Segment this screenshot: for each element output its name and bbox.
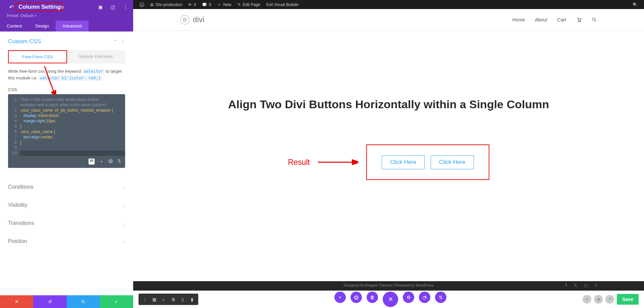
wp-exit-builder[interactable]: Exit Visual Builder: [263, 2, 302, 7]
nav-cart[interactable]: Cart: [557, 17, 566, 22]
svg-point-3: [593, 18, 595, 21]
instagram-icon[interactable]: ◻: [584, 283, 588, 288]
settings-tabs: Content Design Advanced: [0, 21, 133, 32]
wp-admin-bar: ⊞Divi production ⟳4 💬0 ＋New ✎Edit Page E…: [133, 0, 644, 9]
svg-point-2: [580, 21, 581, 22]
help-icon[interactable]: ▣: [98, 4, 103, 10]
ai-button[interactable]: AI: [89, 159, 95, 165]
help-icon[interactable]: ⌖: [583, 295, 591, 304]
site-logo[interactable]: D divi: [180, 15, 205, 24]
search-icon[interactable]: 🔍: [630, 2, 641, 7]
collapse-icon[interactable]: ⌃: [114, 39, 117, 44]
wp-edit-page[interactable]: ✎Edit Page: [234, 2, 263, 7]
wireframe-icon[interactable]: ▦: [150, 295, 159, 304]
zoom-icon[interactable]: ⌕: [159, 295, 168, 304]
save-button[interactable]: Save: [617, 294, 639, 305]
section-kebab-icon[interactable]: ⋮: [121, 39, 125, 44]
undo-button[interactable]: ↺: [33, 295, 66, 308]
x-icon[interactable]: 𝕏: [574, 283, 577, 288]
add-section-button[interactable]: ＋: [334, 292, 346, 303]
history-button[interactable]: ◔: [419, 292, 430, 303]
close-builder-button[interactable]: ✕: [383, 292, 398, 307]
redo-button[interactable]: ↻: [67, 295, 100, 308]
subtab-module-elements[interactable]: Module Elements: [67, 50, 125, 63]
demo-button-2[interactable]: Click Here: [431, 155, 474, 169]
kebab-icon[interactable]: ⋮: [123, 4, 128, 10]
add-icon[interactable]: ＋: [99, 159, 104, 165]
preset-selector[interactable]: Preset: Default: [0, 11, 133, 21]
builder-bar: ⋮ ▦ ⌕ 🖥 ▯ ▮ ＋ ⏻ 🗑 ✕ ⚙ ◔ ⇅ ⌖ ⊜ ? Save: [133, 291, 644, 308]
accordion-conditions[interactable]: Conditions⌄: [8, 178, 125, 196]
wp-updates[interactable]: ⟳4: [185, 2, 199, 7]
question-icon[interactable]: ?: [605, 295, 614, 304]
cancel-button[interactable]: ✕: [0, 295, 33, 308]
sort-icon[interactable]: ⇅: [117, 159, 121, 165]
portability-icon[interactable]: ⊜: [594, 295, 603, 304]
tablet-icon[interactable]: ▯: [178, 295, 187, 304]
subtab-freeform[interactable]: Free-Form CSS: [8, 50, 67, 63]
settings-panel: ↶ Column Settings ▣ ◫ ⋮ Preset: Default …: [0, 0, 133, 308]
accordion-position[interactable]: Position⌄: [8, 232, 125, 250]
page-preview: D divi Home About Cart Align Two Divi Bu…: [133, 9, 644, 308]
footer-credits: Designed by Elegant Themes | Powered by …: [343, 283, 433, 287]
search-icon[interactable]: [592, 17, 597, 22]
panel-title: Column Settings: [18, 4, 64, 10]
tab-design[interactable]: Design: [29, 21, 56, 32]
panel-header: ↶ Column Settings ▣ ◫ ⋮ Preset: Default: [0, 0, 133, 21]
power-icon[interactable]: ⏻: [108, 159, 113, 165]
trash-button[interactable]: 🗑: [367, 292, 378, 303]
demo-button-1[interactable]: Click Here: [382, 155, 425, 169]
confirm-button[interactable]: ✓: [100, 295, 133, 308]
result-label: Result: [288, 158, 310, 167]
phone-icon[interactable]: ▮: [187, 295, 196, 304]
tab-advanced[interactable]: Advanced: [56, 21, 89, 32]
css-help-text: Write free-form css using the keyword se…: [8, 68, 125, 81]
accordion-transitions[interactable]: Transitions⌄: [8, 214, 125, 232]
back-button[interactable]: ↶: [9, 4, 14, 10]
site-header: D divi Home About Cart: [133, 9, 644, 31]
svg-point-1: [578, 21, 579, 22]
wp-site-link[interactable]: ⊞Divi production: [147, 2, 185, 7]
panel-footer: ✕ ↺ ↻ ✓: [0, 295, 133, 308]
settings-button[interactable]: ⚙: [403, 292, 414, 303]
annotation-arrow: [318, 157, 358, 167]
css-field-label: CSS: [8, 87, 125, 92]
wp-logo-icon[interactable]: [137, 2, 147, 7]
nav-home[interactable]: Home: [513, 17, 525, 22]
facebook-icon[interactable]: f: [566, 283, 567, 288]
rss-icon[interactable]: ⌇: [595, 283, 597, 288]
site-footer: Designed by Elegant Themes | Powered by …: [133, 281, 644, 291]
chevron-down-icon: ⌄: [122, 203, 125, 207]
expand-icon[interactable]: ◫: [111, 4, 115, 10]
tab-content[interactable]: Content: [0, 21, 29, 32]
chevron-down-icon: ⌄: [122, 239, 125, 244]
menu-icon[interactable]: ⋮: [141, 295, 149, 304]
nav-about[interactable]: About: [535, 17, 547, 22]
accordion-visibility[interactable]: Visibility⌄: [8, 196, 125, 214]
cart-icon[interactable]: [576, 17, 582, 22]
layers-button[interactable]: ⇅: [435, 292, 446, 303]
page-title: Align Two Divi Buttons Horizontally with…: [180, 98, 597, 111]
css-editor[interactable]: 1/*this is the custom code where place b…: [8, 94, 125, 168]
view-tools: ⋮ ▦ ⌕ 🖥 ▯ ▮: [139, 294, 198, 305]
result-container: Click Here Click Here: [366, 144, 489, 180]
css-subtabs: Free-Form CSS Module Elements: [8, 50, 125, 63]
chevron-down-icon: ⌄: [122, 221, 125, 226]
power-button[interactable]: ⏻: [351, 292, 362, 303]
wp-new[interactable]: ＋New: [214, 2, 234, 7]
logo-icon: D: [180, 15, 190, 24]
section-title: Custom CSS: [8, 38, 41, 45]
desktop-icon[interactable]: 🖥: [169, 295, 177, 304]
wp-comments[interactable]: 💬0: [199, 2, 214, 7]
chevron-down-icon: ⌄: [122, 185, 125, 189]
